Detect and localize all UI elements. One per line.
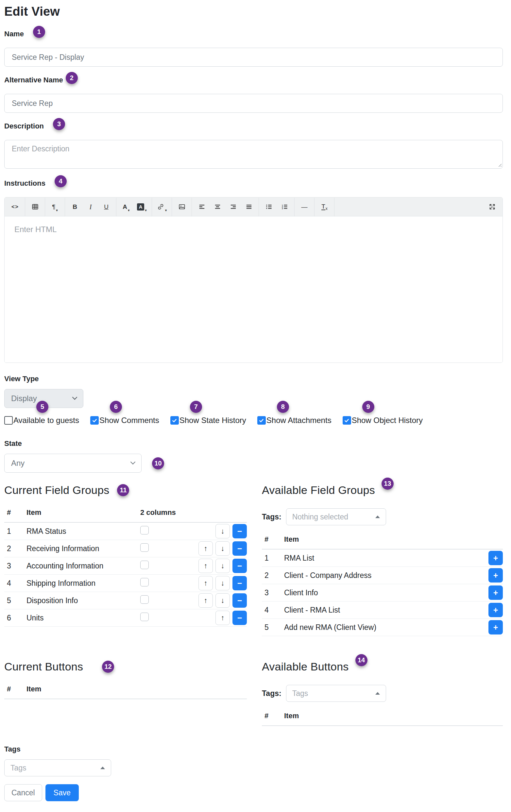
- arrow-down-icon: ↓: [221, 561, 225, 570]
- row-two-columns-cell: [140, 543, 198, 554]
- font-color-button[interactable]: A▾: [119, 198, 134, 216]
- align-center-button[interactable]: [210, 198, 225, 216]
- highlight-color-button[interactable]: A▾: [134, 198, 149, 216]
- paragraph-icon: ¶: [52, 204, 55, 210]
- checkbox-show-comments[interactable]: 6Show Comments: [90, 416, 159, 425]
- save-button[interactable]: Save: [46, 784, 79, 801]
- state-select[interactable]: Any: [4, 454, 142, 473]
- available-buttons-head: Available Buttons 14: [262, 660, 503, 673]
- checkbox-box[interactable]: [4, 416, 13, 425]
- row-item-label: RMA List: [284, 554, 488, 562]
- two-columns-checkbox[interactable]: [140, 561, 149, 569]
- remove-button[interactable]: −: [232, 576, 247, 590]
- table-button[interactable]: [27, 198, 42, 216]
- arrow-down-icon: ↓: [221, 579, 225, 587]
- row-actions: ↑↓−: [198, 541, 247, 556]
- checkbox-show-state-history[interactable]: 7Show State History: [170, 416, 246, 425]
- afg-tags-select[interactable]: Nothing selected: [286, 508, 386, 525]
- editor-body[interactable]: Enter HTML: [5, 216, 503, 362]
- checkbox-box[interactable]: [343, 416, 351, 425]
- step-badge-14: 14: [356, 654, 367, 666]
- minus-icon: −: [237, 613, 242, 623]
- alternative-name-input[interactable]: [4, 94, 503, 113]
- cancel-button[interactable]: Cancel: [4, 784, 42, 801]
- two-columns-checkbox[interactable]: [140, 526, 149, 534]
- arrow-up-icon: ↑: [204, 544, 207, 553]
- checkbox-label: Show Attachments: [266, 416, 332, 425]
- checkbox-show-attachments[interactable]: 8Show Attachments: [257, 416, 332, 425]
- move-up-button[interactable]: ↑: [198, 559, 213, 573]
- unordered-list-button[interactable]: [261, 198, 276, 216]
- remove-format-icon: Tx: [321, 203, 327, 210]
- row-number: 4: [4, 579, 27, 588]
- remove-format-button[interactable]: Tx: [317, 198, 332, 216]
- underline-button[interactable]: U: [99, 198, 114, 216]
- paragraph-button[interactable]: ¶▾: [48, 198, 62, 216]
- italic-button[interactable]: I: [83, 198, 98, 216]
- add-button[interactable]: +: [488, 585, 503, 600]
- move-up-button[interactable]: ↑: [198, 593, 213, 608]
- remove-button[interactable]: −: [232, 611, 247, 625]
- view-type-label-row: View Type: [4, 375, 503, 383]
- table-row: 4Client - RMA List+: [262, 602, 503, 619]
- align-justify-icon: [245, 203, 253, 210]
- plus-icon: +: [493, 605, 498, 615]
- remove-button[interactable]: −: [232, 541, 247, 556]
- remove-button[interactable]: −: [232, 524, 247, 539]
- align-left-button[interactable]: [194, 198, 209, 216]
- remove-button[interactable]: −: [232, 593, 247, 608]
- current-field-groups-section: Current Field Groups 11 # Item 2 columns…: [4, 484, 247, 627]
- two-columns-checkbox[interactable]: [140, 613, 149, 621]
- two-columns-checkbox[interactable]: [140, 595, 149, 604]
- checkbox-available-to-guests[interactable]: 5Available to guests: [4, 416, 79, 425]
- column-header-num: #: [262, 712, 284, 720]
- current-buttons-section: Current Buttons 12 # Item: [4, 660, 247, 727]
- description-textarea[interactable]: [4, 140, 503, 169]
- bold-button[interactable]: B: [67, 198, 82, 216]
- caret-up-icon: [101, 766, 105, 769]
- checkbox-box[interactable]: [90, 416, 99, 425]
- column-header-item: Item: [27, 508, 140, 517]
- arrow-down-icon: ↓: [221, 544, 225, 553]
- remove-button[interactable]: −: [232, 559, 247, 573]
- move-down-button[interactable]: ↓: [216, 541, 230, 556]
- checkbox-show-object-history[interactable]: 9Show Object History: [343, 416, 423, 425]
- caret-up-icon: [375, 692, 380, 695]
- table-row: 1RMA Status↓−: [4, 523, 247, 540]
- add-button[interactable]: +: [488, 603, 503, 617]
- step-badge-1: 1: [33, 26, 45, 38]
- ab-tags-select[interactable]: Tags: [286, 685, 386, 702]
- add-button[interactable]: +: [488, 551, 503, 565]
- link-button[interactable]: ▾: [154, 198, 169, 216]
- svg-text:3: 3: [282, 207, 283, 209]
- row-two-columns-cell: [140, 595, 198, 606]
- code-button[interactable]: <>: [7, 198, 23, 216]
- name-input[interactable]: [4, 48, 503, 67]
- description-label-row: Description 3: [4, 122, 503, 134]
- image-button[interactable]: [174, 198, 189, 216]
- view-type-value: Display: [11, 394, 37, 403]
- row-number: 1: [4, 527, 27, 536]
- tags-select[interactable]: Tags: [4, 759, 111, 776]
- dropdown-caret-icon: ▾: [56, 208, 58, 212]
- fullscreen-button[interactable]: [484, 198, 500, 216]
- checkbox-box[interactable]: [257, 416, 266, 425]
- form-actions: Cancel Save: [4, 784, 503, 801]
- ordered-list-button[interactable]: 123: [277, 198, 292, 216]
- align-right-button[interactable]: [226, 198, 240, 216]
- move-up-button[interactable]: ↑: [216, 611, 230, 625]
- two-columns-checkbox[interactable]: [140, 578, 149, 586]
- move-down-button[interactable]: ↓: [216, 524, 230, 539]
- checkbox-box[interactable]: [170, 416, 179, 425]
- move-down-button[interactable]: ↓: [216, 593, 230, 608]
- move-up-button[interactable]: ↑: [198, 576, 213, 590]
- table-row: 5Disposition Info↑↓−: [4, 592, 247, 609]
- move-down-button[interactable]: ↓: [216, 576, 230, 590]
- add-button[interactable]: +: [488, 568, 503, 582]
- move-down-button[interactable]: ↓: [216, 559, 230, 573]
- move-up-button[interactable]: ↑: [198, 541, 213, 556]
- two-columns-checkbox[interactable]: [140, 543, 149, 552]
- horizontal-rule-button[interactable]: —: [297, 198, 312, 216]
- align-justify-button[interactable]: [241, 198, 256, 216]
- add-button[interactable]: +: [488, 620, 503, 635]
